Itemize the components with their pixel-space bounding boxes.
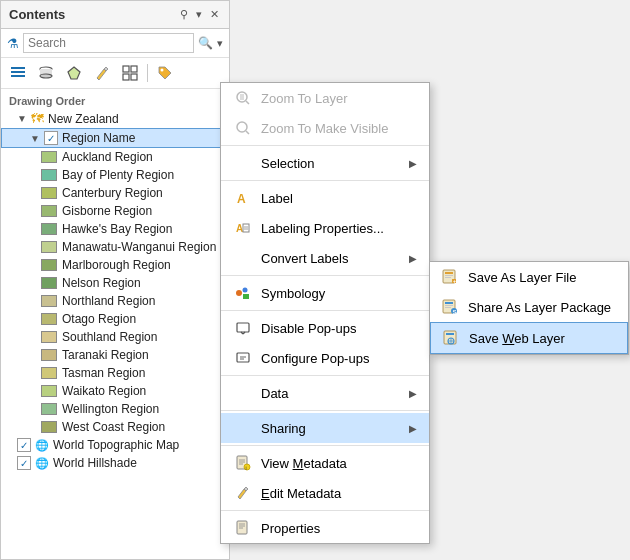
panel-header-icons: ⚲ ▾ ✕: [178, 6, 221, 23]
edit-pencil-icon[interactable]: [91, 62, 113, 84]
menu-labeling-props[interactable]: A Labeling Properties...: [221, 213, 429, 243]
region-node[interactable]: Canterbury Region: [1, 184, 229, 202]
submenu-save-web-layer[interactable]: Save Web Layer: [430, 322, 628, 354]
region-label: Otago Region: [62, 312, 136, 326]
region-node[interactable]: West Coast Region: [1, 418, 229, 436]
hillshade-icon: 🌐: [35, 457, 49, 470]
region-node[interactable]: Taranaki Region: [1, 346, 229, 364]
menu-edit-metadata[interactable]: Edit Metadata: [221, 478, 429, 508]
pin-icon[interactable]: ⚲: [178, 6, 190, 23]
menu-disable-popups[interactable]: Disable Pop-ups: [221, 313, 429, 343]
menu-symbology[interactable]: Symbology: [221, 278, 429, 308]
svg-rect-10: [123, 74, 129, 80]
close-icon[interactable]: ✕: [208, 6, 221, 23]
zoom-to-layer-icon: [233, 88, 253, 108]
svg-rect-29: [237, 353, 249, 362]
menu-zoom-visible[interactable]: Zoom To Make Visible: [221, 113, 429, 143]
svg-rect-0: [11, 67, 25, 69]
labeling-props-icon: A: [233, 218, 253, 238]
region-label: Manawatu-Wanganui Region: [62, 240, 216, 254]
region-name-checkbox[interactable]: [44, 131, 58, 145]
svg-marker-6: [68, 67, 80, 79]
region-swatch: [41, 151, 57, 163]
svg-text:A: A: [236, 223, 243, 234]
region-node[interactable]: Southland Region: [1, 328, 229, 346]
grid-icon[interactable]: [119, 62, 141, 84]
context-menu: Zoom To Layer Zoom To Make Visible Selec…: [220, 82, 430, 544]
region-label: Hawke's Bay Region: [62, 222, 172, 236]
submenu-save-layer-file[interactable]: + Save As Layer File: [430, 262, 628, 292]
region-name-node[interactable]: ▼ Region Name: [1, 128, 229, 148]
base-layer-topo[interactable]: 🌐 World Topographic Map: [1, 436, 229, 454]
region-node[interactable]: Auckland Region: [1, 148, 229, 166]
menu-properties[interactable]: Properties: [221, 513, 429, 543]
topo-icon: 🌐: [35, 439, 49, 452]
region-swatch: [41, 403, 57, 415]
cylinder-icon[interactable]: [35, 62, 57, 84]
menu-configure-popups[interactable]: Configure Pop-ups: [221, 343, 429, 373]
svg-rect-49: [445, 302, 453, 304]
region-node[interactable]: Northland Region: [1, 292, 229, 310]
region-label: Tasman Region: [62, 366, 145, 380]
tag-icon[interactable]: [154, 62, 176, 84]
menu-zoom-to-layer[interactable]: Zoom To Layer: [221, 83, 429, 113]
sharing-submenu: + Save As Layer File S Share As Layer Pa…: [429, 261, 629, 355]
disable-popups-text: Disable Pop-ups: [261, 321, 356, 336]
region-swatch: [41, 205, 57, 217]
tree-root-node[interactable]: ▼ 🗺 New Zealand: [1, 109, 229, 128]
collapse-arrow[interactable]: ▼: [17, 113, 29, 124]
region-node[interactable]: Wellington Region: [1, 400, 229, 418]
region-label: Nelson Region: [62, 276, 141, 290]
properties-text: Properties: [261, 521, 320, 536]
menu-data[interactable]: Data ▶: [221, 378, 429, 408]
data-text: Data: [261, 386, 288, 401]
svg-rect-45: [445, 277, 451, 278]
search-button[interactable]: 🔍: [198, 36, 213, 50]
region-node[interactable]: Gisborne Region: [1, 202, 229, 220]
svg-rect-9: [131, 66, 137, 72]
svg-rect-1: [11, 71, 25, 73]
toolbar-row: [1, 58, 229, 89]
region-node[interactable]: Manawatu-Wanganui Region: [1, 238, 229, 256]
region-node[interactable]: Otago Region: [1, 310, 229, 328]
region-node[interactable]: Nelson Region: [1, 274, 229, 292]
selection-arrow: ▶: [409, 158, 417, 169]
region-node[interactable]: Marlborough Region: [1, 256, 229, 274]
region-swatch: [41, 349, 57, 361]
menu-selection[interactable]: Selection ▶: [221, 148, 429, 178]
expand-arrow[interactable]: ▼: [30, 133, 42, 144]
hillshade-checkbox[interactable]: [17, 456, 31, 470]
region-node[interactable]: Hawke's Bay Region: [1, 220, 229, 238]
menu-sharing[interactable]: Sharing ▶: [221, 413, 429, 443]
symbology-text: Symbology: [261, 286, 325, 301]
unpin-icon[interactable]: ▾: [194, 6, 204, 23]
search-dropdown-icon[interactable]: ▾: [217, 37, 223, 50]
region-swatch: [41, 223, 57, 235]
topo-checkbox[interactable]: [17, 438, 31, 452]
contents-panel: Contents ⚲ ▾ ✕ ⚗ 🔍 ▾: [0, 0, 230, 560]
submenu-share-layer-package[interactable]: S Share As Layer Package: [430, 292, 628, 322]
svg-line-17: [246, 131, 249, 134]
base-layer-hillshade[interactable]: 🌐 World Hillshade: [1, 454, 229, 472]
list-view-icon[interactable]: [7, 62, 29, 84]
sharing-text: Sharing: [261, 421, 306, 436]
menu-view-metadata[interactable]: i View Metadata: [221, 448, 429, 478]
zoom-visible-text: Zoom To Make Visible: [261, 121, 388, 136]
search-input[interactable]: [23, 33, 194, 53]
region-node[interactable]: Bay of Plenty Region: [1, 166, 229, 184]
edit-metadata-icon: [233, 483, 253, 503]
svg-point-12: [161, 69, 164, 72]
region-node[interactable]: Tasman Region: [1, 364, 229, 382]
region-node[interactable]: Waikato Region: [1, 382, 229, 400]
menu-label[interactable]: A Label: [221, 183, 429, 213]
disable-popups-icon: [233, 318, 253, 338]
region-swatch: [41, 277, 57, 289]
svg-rect-55: [446, 333, 454, 335]
convert-labels-icon-placeholder: [233, 248, 253, 268]
svg-point-16: [237, 122, 247, 132]
configure-popups-icon: [233, 348, 253, 368]
menu-convert-labels[interactable]: Convert Labels ▶: [221, 243, 429, 273]
region-label: West Coast Region: [62, 420, 165, 434]
svg-point-24: [243, 288, 248, 293]
polygon-layer-icon[interactable]: [63, 62, 85, 84]
